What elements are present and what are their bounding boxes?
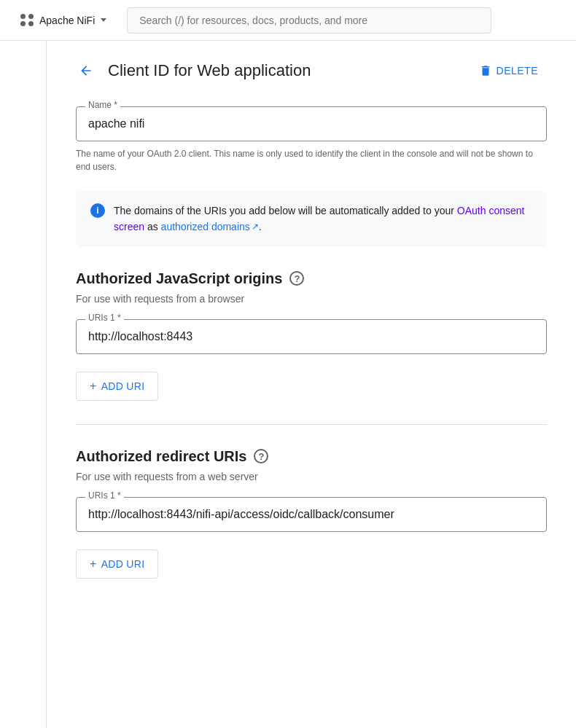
app-name-label: Apache NiFi xyxy=(39,15,95,26)
js-origins-add-uri-button[interactable]: + ADD URI xyxy=(76,372,158,401)
js-origins-header: Authorized JavaScript origins ? xyxy=(76,270,547,287)
name-form-group: Name * The name of your OAuth 2.0 client… xyxy=(76,106,547,173)
app-logo-button[interactable]: Apache NiFi xyxy=(12,9,115,31)
name-field-label: Name * xyxy=(85,100,120,110)
info-text: The domains of the URIs you add below wi… xyxy=(114,203,532,235)
redirect-uris-title: Authorized redirect URIs xyxy=(76,448,246,465)
info-text-after: . xyxy=(259,221,262,232)
info-box: i The domains of the URIs you add below … xyxy=(76,191,547,247)
js-origins-uri-input[interactable] xyxy=(77,320,546,353)
page-header: Client ID for Web application DELETE xyxy=(76,58,547,83)
back-button[interactable] xyxy=(76,60,96,81)
js-origins-add-uri-label: ADD URI xyxy=(101,380,145,392)
section-divider xyxy=(76,424,547,425)
info-text-middle: as xyxy=(144,221,161,232)
redirect-uris-header: Authorized redirect URIs ? xyxy=(76,448,547,465)
info-icon: i xyxy=(90,203,105,218)
page-title: Client ID for Web application xyxy=(108,61,459,80)
info-text-before: The domains of the URIs you add below wi… xyxy=(114,205,457,216)
redirect-uris-uri-wrapper: URIs 1 * xyxy=(76,497,547,532)
redirect-uris-uri-group: URIs 1 * xyxy=(76,497,547,532)
delete-button[interactable]: DELETE xyxy=(470,58,547,83)
delete-label: DELETE xyxy=(497,65,538,77)
page-layout: Client ID for Web application DELETE Nam… xyxy=(0,41,576,728)
js-origins-section: Authorized JavaScript origins ? For use … xyxy=(76,270,547,401)
back-arrow-icon xyxy=(79,63,93,78)
plus-icon-2: + xyxy=(90,557,97,571)
redirect-uris-help-icon[interactable]: ? xyxy=(254,449,268,463)
trash-icon xyxy=(479,64,492,77)
authorized-domains-link[interactable]: authorized domains↗ xyxy=(161,219,259,235)
top-nav: Apache NiFi xyxy=(0,0,576,41)
logo-dots-icon xyxy=(20,14,34,27)
redirect-uris-section: Authorized redirect URIs ? For use with … xyxy=(76,448,547,579)
js-origins-uri-group: URIs 1 * xyxy=(76,319,547,354)
sidebar xyxy=(0,41,47,728)
redirect-uris-add-uri-label: ADD URI xyxy=(101,558,145,570)
js-origins-uri-label: URIs 1 * xyxy=(85,313,124,323)
search-input[interactable] xyxy=(127,7,491,34)
main-content: Client ID for Web application DELETE Nam… xyxy=(47,41,576,728)
redirect-uris-uri-label: URIs 1 * xyxy=(85,490,124,501)
name-field-input[interactable] xyxy=(77,107,546,141)
name-field-wrapper: Name * xyxy=(76,106,547,141)
redirect-uris-description: For use with requests from a web server xyxy=(76,471,547,482)
name-field-hint: The name of your OAuth 2.0 client. This … xyxy=(76,147,547,173)
js-origins-uri-wrapper: URIs 1 * xyxy=(76,319,547,354)
redirect-uris-uri-input[interactable] xyxy=(77,498,546,531)
plus-icon: + xyxy=(90,380,97,393)
external-link-icon: ↗ xyxy=(252,220,259,234)
js-origins-help-icon[interactable]: ? xyxy=(289,271,304,286)
js-origins-title: Authorized JavaScript origins xyxy=(76,270,282,287)
js-origins-description: For use with requests from a browser xyxy=(76,293,547,305)
chevron-down-icon xyxy=(101,18,106,22)
redirect-uris-add-uri-button[interactable]: + ADD URI xyxy=(76,549,158,579)
